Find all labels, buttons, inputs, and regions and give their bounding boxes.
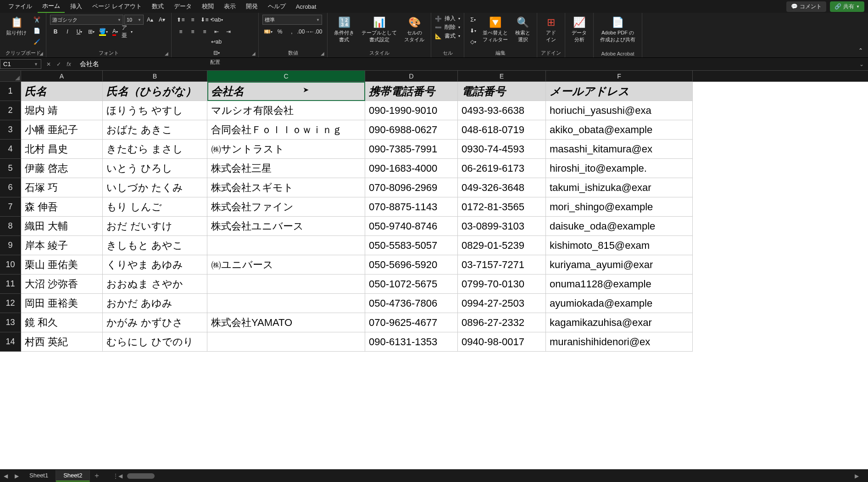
fill-button[interactable]: ⬇▾ xyxy=(468,26,478,36)
align-top-button[interactable]: ⬆≡ xyxy=(175,15,186,25)
align-bottom-button[interactable]: ⬇≡ xyxy=(199,15,210,25)
horizontal-scrollbar-thumb[interactable] xyxy=(127,473,155,479)
align-center-button[interactable]: ≡ xyxy=(187,27,198,37)
tab-insert[interactable]: 挿入 xyxy=(66,0,87,12)
row-header-7[interactable]: 7 xyxy=(0,197,21,217)
row-header-12[interactable]: 12 xyxy=(0,294,21,313)
cell-A7[interactable]: 森 伸吾 xyxy=(21,197,103,217)
cell-F5[interactable]: hiroshi_ito@example. xyxy=(546,159,693,178)
clear-button[interactable]: ◇▾ xyxy=(468,37,478,47)
number-format-combo[interactable]: 標準▼ xyxy=(262,15,322,25)
table-format-button[interactable]: 📊 テーブルとして 書式設定 xyxy=(359,15,400,45)
increase-indent-button[interactable]: ⇥ xyxy=(223,27,234,37)
cell-B2[interactable]: ほりうち やすし xyxy=(103,101,207,120)
delete-cells-button[interactable]: ➖削除▾ xyxy=(435,23,460,31)
cell-A1[interactable]: 氏名 xyxy=(21,82,103,101)
cell-E14[interactable]: 0940-98-0017 xyxy=(458,332,546,352)
decrease-decimal-button[interactable]: ←.00 xyxy=(310,27,321,37)
cell-B3[interactable]: おばた あきこ xyxy=(103,120,207,140)
cell-D9[interactable]: 050-5583-5057 xyxy=(365,236,458,255)
format-painter-button[interactable]: 🖌️ xyxy=(31,37,42,47)
tab-home[interactable]: ホーム xyxy=(38,0,65,13)
cell-A11[interactable]: 大沼 沙弥香 xyxy=(21,275,103,294)
cell-A9[interactable]: 岸本 綾子 xyxy=(21,236,103,255)
cell-C13[interactable]: 株式会社YAMATO xyxy=(207,313,365,332)
cell-E9[interactable]: 0829-01-5239 xyxy=(458,236,546,255)
column-header-D[interactable]: D xyxy=(365,71,458,82)
cell-F11[interactable]: onuma1128@example xyxy=(546,275,693,294)
cell-A12[interactable]: 岡田 亜裕美 xyxy=(21,294,103,313)
cell-D11[interactable]: 050-1072-5675 xyxy=(365,275,458,294)
cell-D13[interactable]: 070-9625-4677 xyxy=(365,313,458,332)
decrease-font-button[interactable]: A▾ xyxy=(156,15,167,25)
orientation-button[interactable]: ⟲ab▾ xyxy=(211,15,222,25)
cut-button[interactable]: ✂️ xyxy=(31,15,42,25)
font-dialog-launcher[interactable]: ◢ xyxy=(165,51,170,56)
row-header-4[interactable]: 4 xyxy=(0,140,21,159)
column-header-B[interactable]: B xyxy=(103,71,207,82)
cell-C3[interactable]: 合同会社Ｆｏｌｌｏｗｉｎｇ xyxy=(207,120,365,140)
cell-E7[interactable]: 0172-81-3565 xyxy=(458,197,546,217)
sheet-nav-prev[interactable]: ◀ xyxy=(0,473,11,479)
cell-C14[interactable] xyxy=(207,332,365,352)
name-box[interactable]: C1 ▼ xyxy=(0,59,41,69)
column-header-A[interactable]: A xyxy=(21,71,103,82)
cancel-formula-button[interactable]: ✕ xyxy=(44,60,53,69)
scroll-right-button[interactable]: ▶ xyxy=(855,473,859,479)
cell-E2[interactable]: 0493-93-6638 xyxy=(458,101,546,120)
comment-button[interactable]: 💬 コメント xyxy=(786,1,826,12)
cell-C7[interactable]: 株式会社ファイン xyxy=(207,197,365,217)
cell-C5[interactable]: 株式会社三星 xyxy=(207,159,365,178)
cell-F6[interactable]: takumi_ishizuka@exar xyxy=(546,178,693,197)
cell-E11[interactable]: 0799-70-0130 xyxy=(458,275,546,294)
cell-style-button[interactable]: 🎨 セルの スタイル xyxy=(401,15,427,45)
cell-D14[interactable]: 090-6131-1353 xyxy=(365,332,458,352)
cell-B1[interactable]: 氏名（ひらがな） xyxy=(103,82,207,101)
cell-A8[interactable]: 織田 大輔 xyxy=(21,217,103,236)
font-family-combo[interactable]: 游ゴシック▼ xyxy=(50,15,123,25)
cell-A10[interactable]: 栗山 亜佑美 xyxy=(21,255,103,275)
row-header-9[interactable]: 9 xyxy=(0,236,21,255)
cell-D5[interactable]: 090-1683-4000 xyxy=(365,159,458,178)
row-header-14[interactable]: 14 xyxy=(0,332,21,352)
alignment-dialog-launcher[interactable]: ◢ xyxy=(252,51,257,56)
cell-C1[interactable]: 会社名 xyxy=(207,82,365,101)
cell-F7[interactable]: mori_shingo@example xyxy=(546,197,693,217)
row-header-3[interactable]: 3 xyxy=(0,120,21,140)
tab-help[interactable]: ヘルプ xyxy=(263,0,290,12)
tab-data[interactable]: データ xyxy=(169,0,196,12)
tab-page-layout[interactable]: ページ レイアウト xyxy=(88,0,146,12)
cell-E13[interactable]: 0896-27-2332 xyxy=(458,313,546,332)
scroll-options-icon[interactable]: ⋮ xyxy=(113,473,118,479)
enter-formula-button[interactable]: ✓ xyxy=(54,60,63,69)
scroll-left-button[interactable]: ◀ xyxy=(118,473,122,479)
percent-button[interactable]: % xyxy=(274,27,285,37)
row-header-6[interactable]: 6 xyxy=(0,178,21,197)
cell-A13[interactable]: 鏡 和久 xyxy=(21,313,103,332)
comma-button[interactable]: , xyxy=(286,27,297,37)
row-header-1[interactable]: 1 xyxy=(0,82,21,101)
column-header-F[interactable]: F xyxy=(546,71,693,82)
cell-B4[interactable]: きたむら まさし xyxy=(103,140,207,159)
cell-F4[interactable]: masashi_kitamura@ex xyxy=(546,140,693,159)
expand-formula-button[interactable]: ⌄ xyxy=(857,60,866,69)
cell-C2[interactable]: マルシオ有限会社 xyxy=(207,101,365,120)
increase-decimal-button[interactable]: .00→ xyxy=(298,27,309,37)
merge-button[interactable]: ⊟▾ xyxy=(178,48,255,58)
cell-B8[interactable]: おだ だいすけ xyxy=(103,217,207,236)
sheet-tab-sheet2[interactable]: Sheet2 xyxy=(56,470,90,482)
increase-font-button[interactable]: A▴ xyxy=(145,15,156,25)
sheet-nav-next[interactable]: ▶ xyxy=(11,473,22,479)
cell-B7[interactable]: もり しんご xyxy=(103,197,207,217)
cell-D8[interactable]: 050-9740-8746 xyxy=(365,217,458,236)
clipboard-dialog-launcher[interactable]: ◢ xyxy=(39,51,45,56)
column-header-E[interactable]: E xyxy=(458,71,546,82)
cell-F13[interactable]: kagamikazuhisa@exar xyxy=(546,313,693,332)
cell-B5[interactable]: いとう ひろし xyxy=(103,159,207,178)
cell-E3[interactable]: 048-618-0719 xyxy=(458,120,546,140)
find-select-button[interactable]: 🔍 検索と 選択 xyxy=(512,15,533,45)
fx-button[interactable]: fx xyxy=(64,60,73,69)
cell-D12[interactable]: 050-4736-7806 xyxy=(365,294,458,313)
cell-F1[interactable]: メールアドレス xyxy=(546,82,693,101)
cell-F9[interactable]: kishimoto_815@exam xyxy=(546,236,693,255)
